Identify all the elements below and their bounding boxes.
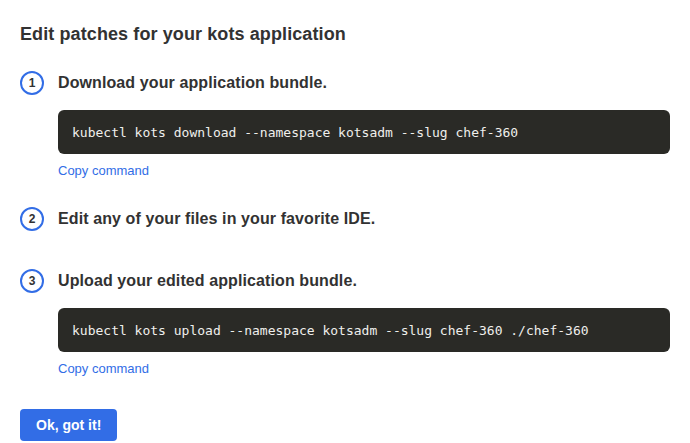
copy-upload-command-link[interactable]: Copy command [58,361,149,376]
footer: Ok, got it! [20,409,670,441]
step-download-body: kubectl kots download --namespace kotsad… [58,110,670,179]
upload-command-block: kubectl kots upload --namespace kotsadm … [58,308,670,352]
step-2-number-badge: 2 [20,207,44,231]
step-1-number-badge: 1 [20,71,44,95]
step-3-heading: Upload your edited application bundle. [58,272,357,290]
download-command-block: kubectl kots download --namespace kotsad… [58,110,670,154]
download-command-text: kubectl kots download --namespace kotsad… [72,125,518,140]
copy-download-command-link[interactable]: Copy command [58,163,149,178]
step-upload-header: 3 Upload your edited application bundle. [20,269,670,293]
step-upload-body: kubectl kots upload --namespace kotsadm … [58,308,670,377]
step-edit: 2 Edit any of your files in your favorit… [20,207,670,231]
step-upload: 3 Upload your edited application bundle.… [20,269,670,377]
step-download: 1 Download your application bundle. kube… [20,71,670,179]
ok-got-it-button[interactable]: Ok, got it! [20,409,117,441]
page-title: Edit patches for your kots application [20,24,670,45]
step-3-number-badge: 3 [20,269,44,293]
step-edit-header: 2 Edit any of your files in your favorit… [20,207,670,231]
step-download-header: 1 Download your application bundle. [20,71,670,95]
edit-patches-panel: Edit patches for your kots application 1… [0,0,690,443]
step-1-heading: Download your application bundle. [58,74,327,92]
upload-command-text: kubectl kots upload --namespace kotsadm … [72,323,589,338]
step-2-heading: Edit any of your files in your favorite … [58,210,375,228]
